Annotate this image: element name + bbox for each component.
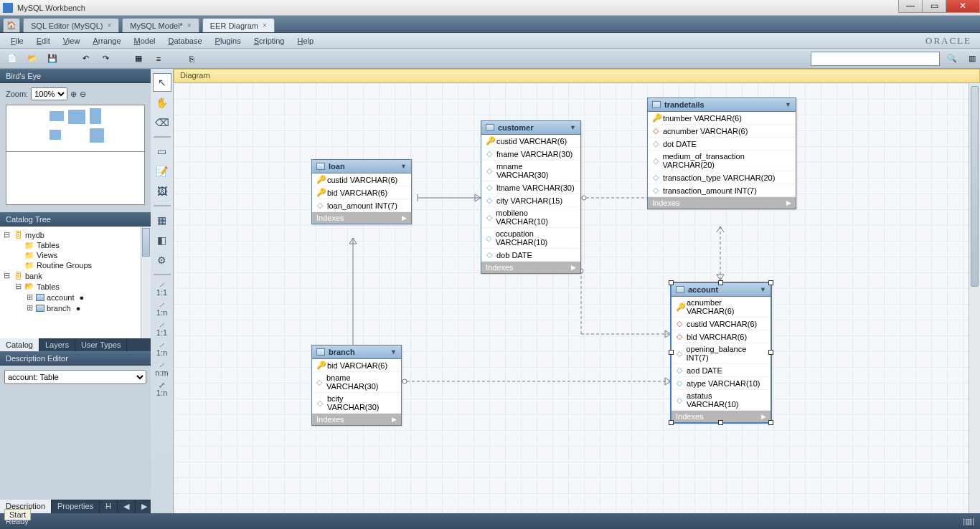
grid-button[interactable]: ▦ [131,51,146,67]
tree-db-mydb[interactable]: ⊟🗄mydb [3,229,148,240]
chevron-down-icon[interactable]: ▼ [400,163,407,170]
home-tab[interactable]: 🏠 [3,18,20,32]
tool-routine[interactable]: ⚙ [153,251,171,270]
column-row[interactable]: ◇loan_amount INT(7) [312,199,411,212]
tree-table-account[interactable]: ⊞account● [3,292,148,302]
column-row[interactable]: 🔑acnumber VARCHAR(6) [672,297,771,318]
tool-eraser[interactable]: ⌫ [153,113,171,132]
column-row[interactable]: ◇occupation VARCHAR(10) [481,228,580,249]
panel-toggle-button[interactable]: ▥ [964,51,980,67]
entity-account[interactable]: account▼ 🔑acnumber VARCHAR(6)◇custid VAR… [671,282,771,423]
column-row[interactable]: ◇mobileno VARCHAR(10) [481,207,580,228]
column-row[interactable]: ◇bcity VARCHAR(30) [312,393,401,414]
column-row[interactable]: ◇acnumber VARCHAR(6) [648,125,796,138]
column-row[interactable]: 🔑custid VARCHAR(6) [481,135,580,148]
zoom-select[interactable]: 100% [31,87,67,100]
column-row[interactable]: 🔑bid VARCHAR(6) [312,359,401,372]
column-row[interactable]: ◇bid VARCHAR(6) [672,330,771,343]
tree-table-branch[interactable]: ⊞branch● [3,302,148,313]
desc-tab-h[interactable]: H [100,500,118,513]
tool-image[interactable]: 🖼 [153,182,171,201]
column-row[interactable]: ◇mname VARCHAR(30) [481,161,580,181]
save-button[interactable]: 💾 [44,51,60,67]
tool-pointer[interactable]: ↖ [153,73,171,92]
tool-rel-1-1-nonid[interactable]: ⟋1:1 [153,280,171,298]
menu-arrange[interactable]: Arrange [86,35,127,47]
expand-icon[interactable]: ▶ [786,199,791,206]
chevron-down-icon[interactable]: ▼ [570,124,576,131]
chevron-down-icon[interactable]: ▼ [390,348,397,356]
menu-help[interactable]: Help [291,35,321,47]
column-row[interactable]: ◇atype VARCHAR(10) [672,377,771,390]
column-row[interactable]: ◇dob DATE [481,249,580,262]
tree-folder-tables[interactable]: 📁Tables [3,240,148,250]
catalog-scrollbar[interactable] [141,227,151,338]
open-file-button[interactable]: 📂 [24,51,40,67]
menu-file[interactable]: File [4,35,30,47]
tree-folder-routines[interactable]: 📁Routine Groups [3,260,148,270]
tool-rel-1-1-id[interactable]: ⟋1:1 [153,320,171,338]
column-row[interactable]: ◇transaction_type VARCHAR(20) [648,171,796,184]
column-row[interactable]: ◇dot DATE [648,138,796,151]
zoom-out-icon[interactable]: ⊖ [80,90,86,99]
tool-layer[interactable]: ▭ [153,142,171,161]
zoom-in-icon[interactable]: ⊕ [70,90,77,99]
menu-scripting[interactable]: Scripting [248,35,291,47]
redo-button[interactable]: ↷ [98,51,113,67]
tool-table[interactable]: ▦ [153,211,171,229]
tab-mysql-model[interactable]: MySQL Model*× [122,18,199,32]
column-row[interactable]: ◇medium_of_transaction VARCHAR(20) [648,151,796,171]
column-row[interactable]: ◇city VARCHAR(15) [481,194,580,207]
menu-view[interactable]: View [57,35,87,47]
close-button[interactable]: ✕ [946,0,980,13]
tool-hand[interactable]: ✋ [153,93,171,112]
menu-edit[interactable]: Edit [30,35,57,47]
column-row[interactable]: ◇bname VARCHAR(30) [312,372,401,393]
tool-rel-1-n-nonid[interactable]: ⟋1:n [153,300,171,318]
canvas-scrollbar[interactable] [969,83,980,513]
close-icon[interactable]: × [187,22,192,29]
tool-view[interactable]: ◧ [153,231,171,249]
expand-icon[interactable]: ▶ [402,214,407,221]
panel-icons[interactable]: |▥| [963,517,974,526]
column-row[interactable]: ◇transaction_amount INT(7) [648,184,796,197]
column-row[interactable]: 🔑tnumber VARCHAR(6) [648,112,796,125]
column-row[interactable]: 🔑bid VARCHAR(6) [312,186,411,199]
entity-trandetails[interactable]: trandetails▼ 🔑tnumber VARCHAR(6)◇acnumbe… [647,97,796,209]
chevron-down-icon[interactable]: ▼ [785,101,791,108]
entity-loan[interactable]: loan▼ 🔑custid VARCHAR(6)🔑bid VARCHAR(6)◇… [311,159,412,224]
minimize-button[interactable]: — [898,0,923,13]
column-row[interactable]: ◇aod DATE [672,364,771,377]
tab-eer-diagram[interactable]: EER Diagram× [202,18,275,32]
chevron-down-icon[interactable]: ▼ [760,286,766,293]
maximize-button[interactable]: ▭ [922,0,946,13]
entity-branch[interactable]: branch▼ 🔑bid VARCHAR(6)◇bname VARCHAR(30… [311,345,402,426]
new-file-button[interactable]: 📄 [4,51,20,67]
tool-rel-1-n-id[interactable]: ⟋1:n [153,340,171,358]
close-icon[interactable]: × [263,22,267,29]
canvas-tab[interactable]: Diagram [174,69,980,83]
tool-note[interactable]: 📝 [153,162,171,181]
tool-rel-1-n-pick[interactable]: ⤢1:n [153,380,171,399]
export-button[interactable]: ⎘ [184,51,199,67]
expand-icon[interactable]: ▶ [761,413,766,420]
column-row[interactable]: ◇fname VARCHAR(30) [481,148,580,161]
column-row[interactable]: 🔑custid VARCHAR(6) [312,173,411,186]
search-input[interactable] [811,52,940,66]
menu-plugins[interactable]: Plugins [209,35,248,47]
expand-icon[interactable]: ▶ [571,264,576,271]
desc-tab-properties[interactable]: Properties [52,500,100,513]
column-row[interactable]: ◇custid VARCHAR(6) [672,318,771,330]
tool-rel-n-m[interactable]: ⟋n:m [153,360,171,378]
catalog-tab-layers[interactable]: Layers [39,338,75,351]
menu-model[interactable]: Model [128,35,162,47]
tab-nav-left[interactable]: ◀ [118,500,136,513]
column-row[interactable]: ◇astatus VARCHAR(10) [672,390,771,411]
catalog-tab-catalog[interactable]: Catalog [0,338,39,351]
column-row[interactable]: ◇opening_balance INT(7) [672,343,771,364]
search-button[interactable]: 🔍 [944,51,960,67]
expand-icon[interactable]: ▶ [392,416,397,423]
minimap[interactable] [6,105,145,205]
undo-button[interactable]: ↶ [77,51,93,67]
column-row[interactable]: ◇ltname VARCHAR(30) [481,181,580,194]
